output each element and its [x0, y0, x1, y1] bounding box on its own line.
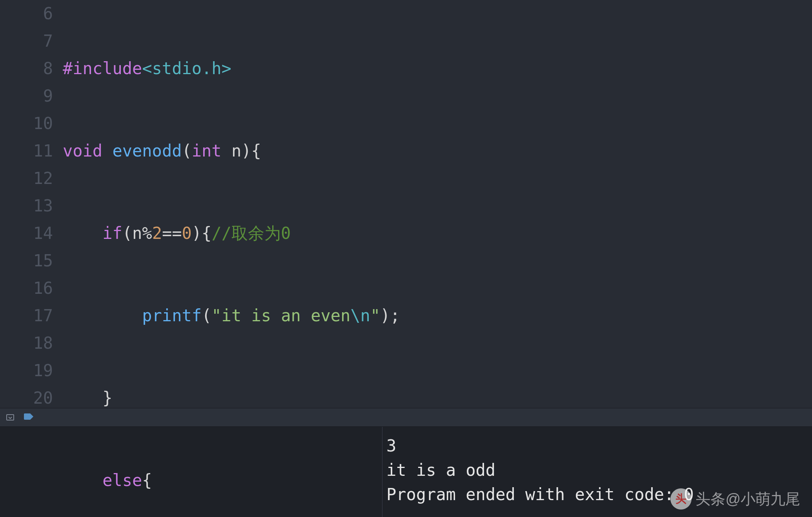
svg-rect-0 — [7, 415, 14, 420]
console-output[interactable]: 3 it is a odd Program ended with exit co… — [382, 427, 812, 517]
console-left-pane[interactable] — [0, 427, 382, 517]
line-number: 15 — [0, 247, 53, 275]
line-number: 18 — [0, 329, 53, 357]
console-line: it is a odd — [386, 461, 495, 480]
line-number: 11 — [0, 137, 53, 165]
line-number: 7 — [0, 27, 53, 55]
code-area[interactable]: #include<stdio.h> void evenodd(int n){ i… — [63, 0, 812, 408]
line-number: 13 — [0, 192, 53, 220]
watermark: 头 头条@小萌九尾 — [670, 487, 800, 511]
toggle-panel-icon[interactable] — [5, 412, 16, 423]
code-line[interactable]: if(n%2==0){//取余为0 — [63, 220, 812, 247]
watermark-logo-icon: 头 — [670, 488, 692, 510]
line-number: 16 — [0, 275, 53, 302]
watermark-text: 头条@小萌九尾 — [695, 487, 800, 511]
line-number: 9 — [0, 82, 53, 110]
line-number-gutter: 6 7 8 9 10 11 12 13 14 15 16 17 18 19 20 — [0, 0, 63, 408]
line-number: 20 — [0, 384, 53, 412]
line-number: 8 — [0, 55, 53, 82]
tag-icon[interactable] — [24, 412, 35, 423]
console-line: Program ended with exit code: 0 — [386, 485, 694, 504]
line-number: 12 — [0, 165, 53, 192]
code-line[interactable]: } — [63, 384, 812, 412]
line-number: 19 — [0, 357, 53, 384]
line-number: 6 — [0, 0, 53, 27]
output-console: 3 it is a odd Program ended with exit co… — [0, 427, 812, 517]
code-line[interactable]: #include<stdio.h> — [63, 55, 812, 82]
console-line: 3 — [386, 436, 396, 455]
code-line[interactable]: void evenodd(int n){ — [63, 137, 812, 165]
code-line[interactable]: printf("it is an even\n"); — [63, 302, 812, 329]
line-number: 14 — [0, 220, 53, 247]
line-number: 10 — [0, 110, 53, 137]
line-number: 17 — [0, 302, 53, 329]
code-editor[interactable]: 6 7 8 9 10 11 12 13 14 15 16 17 18 19 20… — [0, 0, 812, 408]
